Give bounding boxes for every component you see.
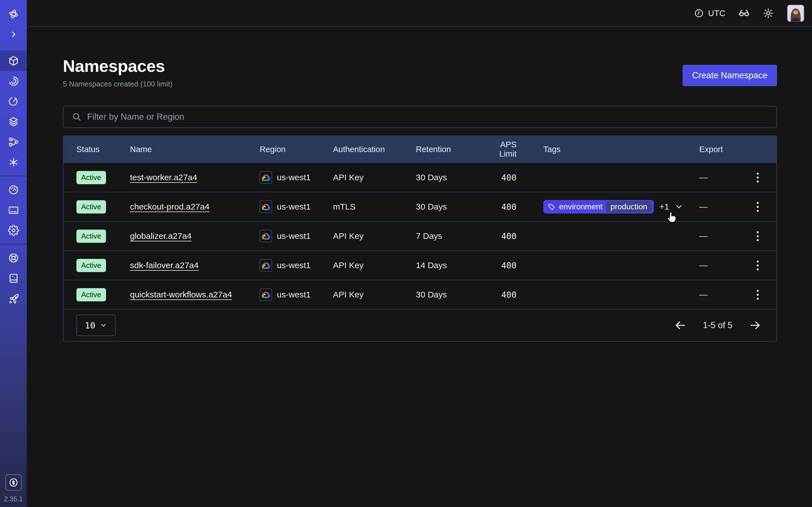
pricing-badge-button[interactable] (5, 474, 22, 491)
clock-icon (694, 8, 704, 18)
column-header-export: Export (699, 145, 739, 154)
sidebar-divider (0, 176, 27, 176)
row-menu-button[interactable] (754, 199, 762, 215)
create-namespace-button[interactable]: Create Namespace (682, 65, 777, 86)
cloud-provider-badge (260, 201, 272, 213)
status-badge: Active (77, 171, 106, 184)
actions-cell (739, 170, 776, 185)
export-cell: — (699, 173, 739, 182)
sidebar-item-book-sparkles[interactable] (0, 268, 27, 288)
sidebar-item-cube[interactable] (0, 51, 27, 71)
branch-icon (8, 136, 19, 148)
aps-limit-value: 400 (501, 173, 516, 182)
sidebar-item-lifebuoy[interactable] (0, 248, 27, 268)
status-badge: Active (77, 288, 106, 301)
gear-icon (8, 225, 19, 236)
retention-cell: 30 Days (416, 173, 481, 182)
next-page-button[interactable] (749, 319, 761, 332)
sidebar-item-asterisk[interactable] (0, 152, 27, 172)
row-menu-button[interactable] (754, 228, 762, 244)
page-size-value: 10 (85, 320, 95, 330)
tags-more-count: +1 (659, 202, 669, 212)
sidebar-item-gauge[interactable] (0, 180, 27, 200)
timer-icon (8, 96, 19, 107)
sidebar-item-rocket[interactable] (0, 288, 27, 309)
export-value: — (699, 261, 708, 270)
table-row: Active sdk-failover.a27a4 us-west1 API K… (63, 250, 776, 280)
filter-search-input[interactable] (87, 112, 768, 122)
export-value: — (699, 290, 708, 299)
region-label: us-west1 (277, 231, 311, 241)
aps-limit-value: 400 (501, 231, 516, 241)
region-label: us-west1 (277, 290, 311, 299)
sidebar-item-chevron-right[interactable] (0, 24, 27, 45)
actions-cell (739, 287, 776, 302)
temporal-logo-icon (8, 8, 19, 20)
table-row: Active test-worker.a27a4 us-west1 API Ke… (63, 163, 776, 192)
timezone-button[interactable]: UTC (694, 8, 725, 18)
tag-key: environment (559, 202, 603, 211)
aps-limit-value: 400 (501, 261, 516, 270)
row-menu-button[interactable] (754, 258, 762, 273)
sidebar-item-layers[interactable] (0, 112, 27, 132)
theme-toggle-button[interactable] (763, 8, 774, 19)
aps-limit-cell: 400 (481, 173, 543, 182)
sidebar-item-spiral[interactable] (0, 71, 27, 91)
authentication-label: mTLS (333, 202, 356, 212)
user-avatar[interactable] (787, 4, 804, 22)
authentication-label: API Key (333, 290, 363, 299)
labs-glasses-button[interactable] (739, 8, 750, 19)
region-cell: us-west1 (260, 230, 333, 242)
authentication-label: API Key (333, 261, 363, 270)
sidebar-item-branch[interactable] (0, 132, 27, 152)
sidebar: 2.35.1 (0, 0, 27, 507)
table-row: Active checkout-prod.a27a4 us-west1 mTLS… (63, 192, 776, 221)
sidebar-divider (0, 244, 27, 244)
gauge-icon (8, 184, 19, 195)
region-label: us-west1 (277, 261, 311, 270)
cloud-provider-badge (260, 230, 272, 242)
namespace-link[interactable]: test-worker.a27a4 (130, 173, 197, 182)
sidebar-footer: 2.35.1 (0, 474, 27, 507)
region-cell: us-west1 (260, 171, 333, 184)
retention-cell: 14 Days (416, 261, 481, 270)
layers-icon (8, 116, 19, 127)
tag-icon (548, 203, 555, 211)
region-label: us-west1 (277, 202, 311, 212)
sidebar-item-temporal-logo[interactable] (0, 4, 27, 24)
page-subtitle: 5 Namespaces created (100 limit) (63, 80, 172, 89)
export-cell: — (699, 202, 739, 212)
tags-expand-button[interactable] (675, 203, 683, 211)
arrow-left-icon (674, 319, 687, 332)
gcp-logo-icon (262, 261, 270, 270)
column-header-status: Status (77, 145, 130, 154)
namespace-link[interactable]: quickstart-workflows.a27a4 (130, 290, 232, 299)
row-menu-button[interactable] (754, 287, 762, 302)
name-cell: globalizer.a27a4 (130, 231, 260, 241)
chevron-right-icon (9, 30, 18, 39)
table-row: Active globalizer.a27a4 us-west1 API Key… (63, 221, 776, 250)
namespace-link[interactable]: sdk-failover.a27a4 (130, 261, 199, 270)
row-menu-button[interactable] (754, 170, 762, 185)
sidebar-item-timer[interactable] (0, 91, 27, 112)
actions-cell (739, 228, 776, 244)
filter-search-bar (63, 106, 777, 128)
asterisk-icon (8, 157, 19, 168)
sidebar-item-credit-card[interactable] (0, 200, 27, 220)
tags-cell: environment production +1 (543, 200, 699, 214)
retention-cell: 30 Days (416, 202, 481, 212)
status-cell: Active (77, 230, 130, 243)
sidebar-item-gear[interactable] (0, 220, 27, 240)
authentication-label: API Key (333, 231, 363, 241)
sun-icon (763, 8, 774, 19)
status-cell: Active (77, 259, 130, 272)
page-size-select[interactable]: 10 (77, 315, 116, 336)
namespace-link[interactable]: checkout-prod.a27a4 (130, 202, 209, 212)
column-header-region: Region (260, 145, 333, 154)
region-label: us-west1 (277, 173, 311, 182)
previous-page-button[interactable] (674, 319, 687, 332)
cloud-provider-badge (260, 259, 272, 272)
export-cell: — (699, 261, 739, 270)
tag-pill[interactable]: environment production (543, 200, 654, 214)
namespace-link[interactable]: globalizer.a27a4 (130, 231, 192, 241)
